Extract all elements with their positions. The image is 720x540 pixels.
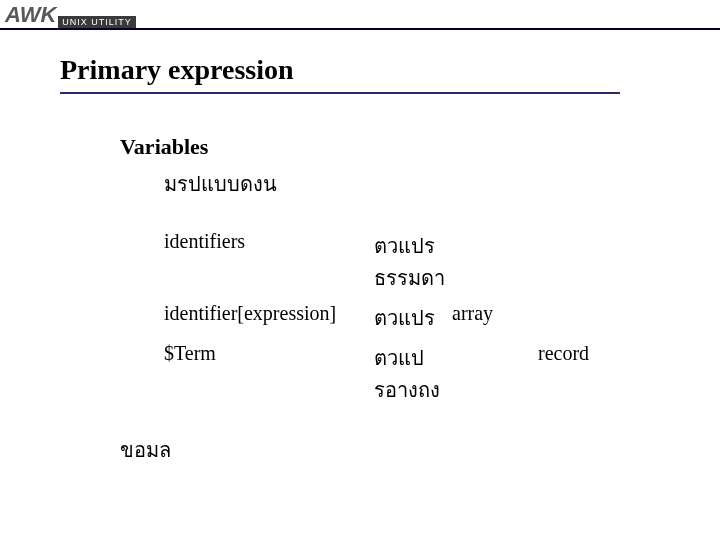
variables-table: identifiers ตวแปรธรรมดา identifier[expre…: [164, 230, 720, 406]
cell-extra: [452, 342, 538, 406]
divider-title: [60, 92, 620, 94]
cell-identifier: $Term: [164, 342, 374, 406]
cell-desc: ตวแปร: [374, 302, 452, 334]
cell-extra2: record: [538, 342, 589, 406]
title-section: Primary expression: [60, 54, 660, 94]
content-area: Variables มรปแบบดงน identifiers ตวแปรธรร…: [120, 134, 720, 466]
section-subtext: มรปแบบดงน: [164, 168, 720, 200]
cell-identifier: identifiers: [164, 230, 374, 294]
cell-desc: ตวแปรอางถง: [374, 342, 452, 406]
footer-text: ขอมล: [120, 434, 720, 466]
cell-extra: [452, 230, 538, 294]
table-row: $Term ตวแปรอางถง record: [164, 342, 720, 406]
section-heading: Variables: [120, 134, 720, 160]
page-title: Primary expression: [60, 54, 660, 92]
table-row: identifier[expression] ตวแปร array: [164, 302, 720, 334]
divider-top: [0, 28, 720, 30]
table-row: identifiers ตวแปรธรรมดา: [164, 230, 720, 294]
logo-subtitle: UNIX UTILITY: [58, 16, 136, 28]
logo-main: AWK: [3, 2, 56, 28]
logo-bar: AWK UNIX UTILITY: [0, 0, 720, 28]
cell-identifier: identifier[expression]: [164, 302, 374, 334]
cell-desc: ตวแปรธรรมดา: [374, 230, 452, 294]
cell-extra: array: [452, 302, 538, 334]
